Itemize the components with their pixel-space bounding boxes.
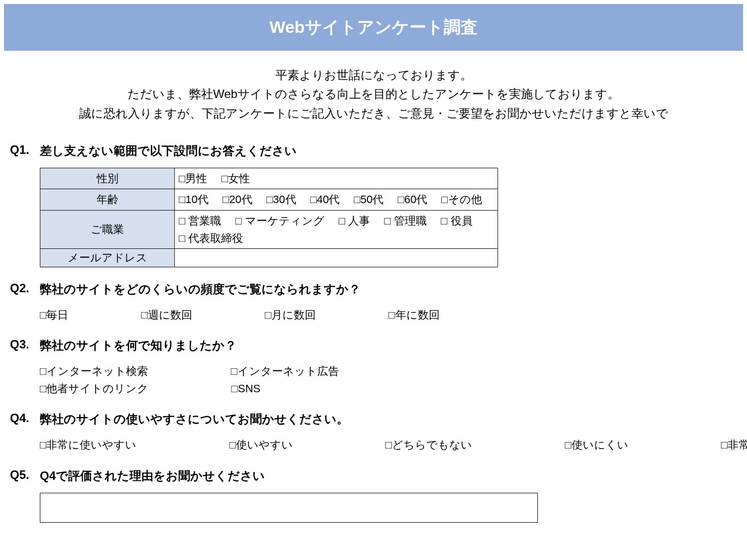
checkbox-option[interactable]: □月に数回 (265, 306, 316, 324)
checkbox-option[interactable]: □60代 (397, 191, 427, 208)
q5-textarea[interactable] (40, 493, 538, 523)
q1-email-label: メールアドレス (40, 248, 175, 267)
checkbox-option[interactable]: □SNS (231, 380, 260, 397)
q3-options[interactable]: □インターネット検索 □インターネット広告 □他者サイトのリンク □SNS (40, 362, 558, 397)
intro-block: 平素よりお世話になっております。 ただいま、弊社Webサイトのさらなる向上を目的… (10, 66, 737, 123)
q1-email-input[interactable] (175, 248, 498, 267)
checkbox-option[interactable]: □ 代表取締役 (179, 229, 243, 247)
checkbox-option[interactable]: □インターネット広告 (231, 362, 339, 380)
q4-number: Q4. (10, 411, 34, 425)
question-4: Q4. 弊社のサイトの使いやすさについてお聞かせください。 □非常に使いやすい … (10, 411, 737, 453)
checkbox-option[interactable]: □非常に使いやすい (40, 436, 136, 453)
checkbox-option[interactable]: □非常に使い (721, 436, 747, 453)
question-1: Q1. 差し支えない範囲で以下設問にお答えください 性別 □男性 □女性 年齢 … (10, 143, 737, 267)
question-2: Q2. 弊社のサイトをどのくらいの頻度でご覧になられますか？ □毎日 □週に数回… (10, 281, 737, 324)
checkbox-option[interactable]: □50代 (354, 191, 384, 208)
q1-sex-options[interactable]: □男性 □女性 (175, 168, 498, 189)
q4-options[interactable]: □非常に使いやすい □使いやすい □どちらでもない □使いにくい □非常に使い (40, 436, 737, 453)
checkbox-option[interactable]: □年に数回 (388, 306, 439, 324)
q1-age-label: 年齢 (40, 189, 175, 210)
checkbox-option[interactable]: □10代 (179, 191, 209, 208)
q1-table: 性別 □男性 □女性 年齢 □10代 □20代 □30代 □40代 □50代 □… (40, 168, 498, 267)
q4-text: 弊社のサイトの使いやすさについてお聞かせください。 (40, 411, 737, 427)
intro-line-3: 誠に恐れ入りますが、下記アンケートにご記入いただき、ご意見・ご要望をお聞かせいた… (10, 104, 737, 123)
q2-options[interactable]: □毎日 □週に数回 □月に数回 □年に数回 (40, 306, 737, 324)
q3-text: 弊社のサイトを何で知りましたか？ (40, 337, 737, 353)
q3-number: Q3. (10, 337, 34, 351)
checkbox-option[interactable]: □インターネット検索 (40, 362, 148, 380)
checkbox-option[interactable]: □ 役員 (441, 212, 472, 229)
checkbox-option[interactable]: □女性 (221, 170, 249, 187)
checkbox-option[interactable]: □毎日 (40, 306, 68, 324)
checkbox-option[interactable]: □男性 (179, 170, 207, 187)
checkbox-option[interactable]: □週に数回 (141, 306, 192, 324)
q1-job-options[interactable]: □ 営業職 □ マーケティング □ 人事 □ 管理職 □ 役員 □ 代表取締役 (175, 210, 498, 248)
checkbox-option[interactable]: □ マーケティング (236, 212, 325, 229)
q5-number: Q5. (10, 468, 34, 482)
checkbox-option[interactable]: □ 人事 (339, 212, 370, 229)
q2-text: 弊社のサイトをどのくらいの頻度でご覧になられますか？ (40, 281, 737, 297)
checkbox-option[interactable]: □30代 (266, 191, 296, 208)
checkbox-option[interactable]: □40代 (310, 191, 340, 208)
question-3: Q3. 弊社のサイトを何で知りましたか？ □インターネット検索 □インターネット… (10, 337, 737, 397)
intro-line-2: ただいま、弊社Webサイトのさらなる向上を目的としたアンケートを実施しております… (10, 85, 737, 104)
page-title: Webサイトアンケート調査 (269, 16, 478, 39)
intro-line-1: 平素よりお世話になっております。 (10, 66, 737, 85)
question-5: Q5. Q4で評価された理由をお聞かせください (10, 468, 737, 523)
checkbox-option[interactable]: □ 管理職 (384, 212, 427, 229)
q1-text: 差し支えない範囲で以下設問にお答えください (40, 143, 737, 159)
checkbox-option[interactable]: □20代 (223, 191, 252, 208)
header-banner: Webサイトアンケート調査 (4, 4, 743, 51)
q1-job-label: ご職業 (40, 210, 175, 248)
checkbox-option[interactable]: □使いやすい (229, 436, 292, 453)
q1-number: Q1. (10, 143, 34, 157)
checkbox-option[interactable]: □使いにくい (565, 436, 628, 453)
q1-sex-label: 性別 (40, 168, 175, 189)
checkbox-option[interactable]: □その他 (441, 191, 482, 208)
q5-text: Q4で評価された理由をお聞かせください (40, 468, 737, 484)
checkbox-option[interactable]: □ 営業職 (179, 212, 221, 229)
checkbox-option[interactable]: □他者サイトのリンク (40, 380, 148, 397)
q2-number: Q2. (10, 281, 34, 295)
checkbox-option[interactable]: □どちらでもない (385, 436, 472, 453)
q1-age-options[interactable]: □10代 □20代 □30代 □40代 □50代 □60代 □その他 (175, 189, 498, 210)
